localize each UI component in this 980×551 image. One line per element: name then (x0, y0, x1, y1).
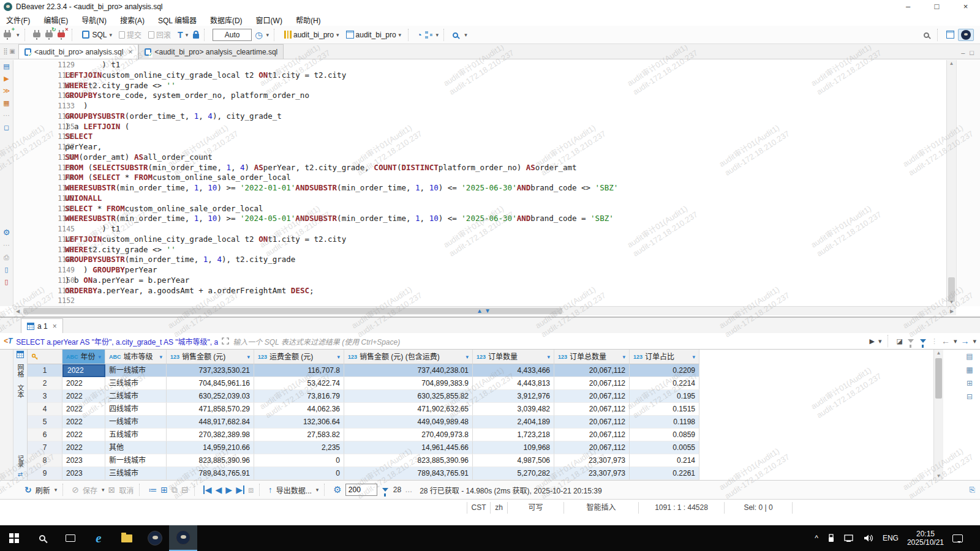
grid-cell-r4-c5[interactable]: 471,902,632.65 (344, 403, 473, 416)
previous-row-icon[interactable]: ◀ (216, 485, 222, 494)
code-line-1142[interactable]: UNION ALL (65, 193, 946, 204)
grid-cell-r4-c7[interactable]: 20,067,112 (554, 403, 630, 416)
history-back-icon[interactable]: ← (941, 336, 950, 346)
status-segment-4[interactable]: 1091 : 1 : 44528 (638, 502, 724, 514)
grid-cell-r4-c8[interactable]: 0.1515 (630, 403, 699, 416)
calc-panel-icon[interactable]: ▦ (966, 365, 973, 374)
tray-expand-icon[interactable]: ^ (815, 534, 818, 542)
column-header-1[interactable]: ABC城市等级▾ (105, 350, 167, 364)
grid-cell-r2-c8[interactable]: 0.2214 (630, 377, 699, 390)
code-lines[interactable]: ) t1 LEFT JOIN custom_online_city_grade_… (65, 60, 946, 306)
scrollbar-thumb[interactable] (948, 277, 955, 302)
grid-cell-r3-c4[interactable]: 73,816.79 (254, 390, 344, 403)
transaction-dropdown-icon[interactable]: ▾ (186, 32, 189, 38)
column-header-3[interactable]: 123运费金额 (元)▾ (254, 350, 344, 364)
menu-item-2[interactable]: 导航(N) (81, 15, 107, 25)
grid-cell-r5-c6[interactable]: 2,404,189 (473, 416, 554, 429)
settings-gear-icon[interactable]: ⚙ (3, 228, 10, 237)
code-line-1131[interactable]: WHERE t2.city_grade <> '' (65, 81, 946, 91)
grid-cell-r2-c7[interactable]: 20,067,112 (554, 377, 630, 390)
column-dropdown-icon[interactable]: ▾ (466, 351, 469, 363)
column-header-7[interactable]: 123订单占比▾ (630, 350, 699, 364)
menu-item-7[interactable]: 帮助(H) (296, 15, 321, 25)
disconnect-icon[interactable]: × (58, 31, 65, 39)
grid-cell-r9-c8[interactable]: 0.2261 (630, 467, 699, 480)
grid-cell-r6-c7[interactable]: 20,067,112 (554, 429, 630, 441)
column-header-4[interactable]: 123销售金额 (元) (包含运费)▾ (344, 350, 473, 364)
scroll-down-icon[interactable]: ▼ (934, 473, 943, 480)
menu-item-0[interactable]: 文件(F) (6, 15, 30, 25)
grid-cell-r2-c4[interactable]: 53,422.74 (254, 377, 344, 390)
result-doc-icon[interactable]: ⎘ (969, 485, 980, 494)
table-row-7[interactable]: 72022其他14,959,210.662,23514,961,445.6610… (28, 441, 699, 454)
grid-cell-r7-c3[interactable]: 14,959,210.66 (167, 441, 254, 454)
delete-row-icon[interactable]: ⊟ (181, 485, 189, 494)
table-row-9[interactable]: 92023三线城市789,843,765.910789,843,765.915,… (28, 467, 699, 480)
history-forward-icon[interactable]: → (960, 336, 969, 346)
grid-cell-r7-c2[interactable]: 其他 (105, 441, 167, 454)
grid-cell-r1-c3[interactable]: 737,323,530.21 (167, 364, 254, 377)
grid-cell-r9-c5[interactable]: 789,843,765.91 (344, 467, 473, 480)
explain-icon[interactable]: ▦ (3, 99, 9, 107)
volume-icon[interactable] (864, 534, 874, 542)
history-dropdown-icon[interactable]: ▾ (266, 32, 269, 38)
grid-cell-r7-c4[interactable]: 2,235 (254, 441, 344, 454)
menu-item-6[interactable]: 窗口(W) (256, 15, 282, 25)
code-line-1133[interactable]: ) (65, 101, 946, 111)
grid-cell-r1-c7[interactable]: 20,067,112 (554, 364, 630, 377)
grid-cell-r6-c1[interactable]: 2022 (62, 429, 105, 441)
minimize-button[interactable]: – (894, 0, 922, 13)
code-line-1137[interactable]: perYear, (65, 142, 946, 152)
column-dropdown-icon[interactable]: ▾ (247, 351, 250, 363)
scroll-right-icon[interactable]: ▶ (948, 307, 956, 316)
grid-cell-r2-c2[interactable]: 三线城市 (105, 377, 167, 390)
open-perspective-icon[interactable] (946, 31, 954, 39)
grid-cell-r2-c6[interactable]: 4,443,813 (473, 377, 554, 390)
code-line-1140[interactable]: FROM (SELECT * FROM custom_online_sale_o… (65, 173, 946, 183)
grid-cell-r2-c5[interactable]: 704,899,383.9 (344, 377, 473, 390)
code-line-1138[interactable]: SUM(order_amt) AS all_order_count (65, 152, 946, 163)
cancel-button[interactable]: 取消 (119, 485, 134, 495)
action-center-icon[interactable] (952, 534, 963, 542)
value-panel-icon[interactable]: ▤ (966, 352, 973, 361)
grid-cell-r1-c2[interactable]: 新一线城市 (105, 364, 167, 377)
grid-cell-r8-c5[interactable]: 823,885,390.96 (344, 454, 473, 467)
open-panel-icon[interactable]: ◻ (4, 124, 9, 132)
status-segment-2[interactable]: 可写 (507, 502, 564, 514)
language-indicator[interactable]: ENG (883, 534, 899, 542)
connection-icon[interactable]: ▤ (3, 62, 9, 70)
grid-cell-r4-c4[interactable]: 44,062.36 (254, 403, 344, 416)
grid-cell-r3-c2[interactable]: 二线城市 (105, 390, 167, 403)
grid-cell-r8-c7[interactable]: 23,307,973 (554, 454, 630, 467)
grid-cell-r8-c6[interactable]: 4,987,506 (473, 454, 554, 467)
grid-cell-r8-c8[interactable]: 0.214 (630, 454, 699, 467)
grid-cell-r4-c3[interactable]: 471,858,570.29 (167, 403, 254, 416)
sql-dropdown-icon[interactable]: ▾ (110, 32, 113, 38)
export-data-button[interactable]: 导出数据... (276, 485, 312, 495)
grid-cell-r8-c3[interactable]: 823,885,390.96 (167, 454, 254, 467)
grid-cell-r9-c2[interactable]: 三线城市 (105, 467, 167, 480)
code-line-1135[interactable]: ) a LEFT JOIN ( (65, 122, 946, 132)
grid-cell-r6-c3[interactable]: 270,382,389.98 (167, 429, 254, 441)
code-line-1150[interactable]: ) b ON a.perYear = b.perYear (65, 276, 946, 286)
grid-cell-r5-c1[interactable]: 2022 (62, 416, 105, 429)
grid-cell-r7-c1[interactable]: 2022 (62, 441, 105, 454)
dbeaver-taskbar-button[interactable] (141, 525, 169, 551)
references-panel-icon[interactable]: ⊟ (967, 392, 973, 401)
reconnect-icon[interactable]: ↻ (45, 31, 53, 39)
splitter-collapse-icons[interactable]: ▲▼ (477, 307, 492, 314)
connect-icon[interactable] (33, 31, 40, 39)
column-header-2[interactable]: 123销售金额 (元)▾ (167, 350, 254, 364)
taskbar-search-button[interactable] (28, 525, 56, 551)
clock[interactable]: 20:15 2025/10/21 (907, 530, 944, 547)
status-segment-1[interactable]: zh (490, 502, 507, 514)
grid-cell-r1-c1[interactable]: 2022 (62, 364, 105, 377)
start-button[interactable] (0, 525, 28, 551)
edit-row-icon[interactable]: ≔ (148, 485, 157, 494)
code-line-1134[interactable]: GROUP BY SUBSTR(order_time_t, 1, 4), cit… (65, 111, 946, 122)
tab-analysis-cleartime-sql[interactable]: <audit_bi_pro> analysis_cleartime.sql (138, 44, 284, 59)
grid-cell-r6-c4[interactable]: 27,583.82 (254, 429, 344, 441)
panel-maximize-icon[interactable]: □ (970, 49, 974, 56)
refresh-icon[interactable]: ↻ (24, 485, 32, 494)
expand-icon[interactable] (222, 337, 229, 345)
